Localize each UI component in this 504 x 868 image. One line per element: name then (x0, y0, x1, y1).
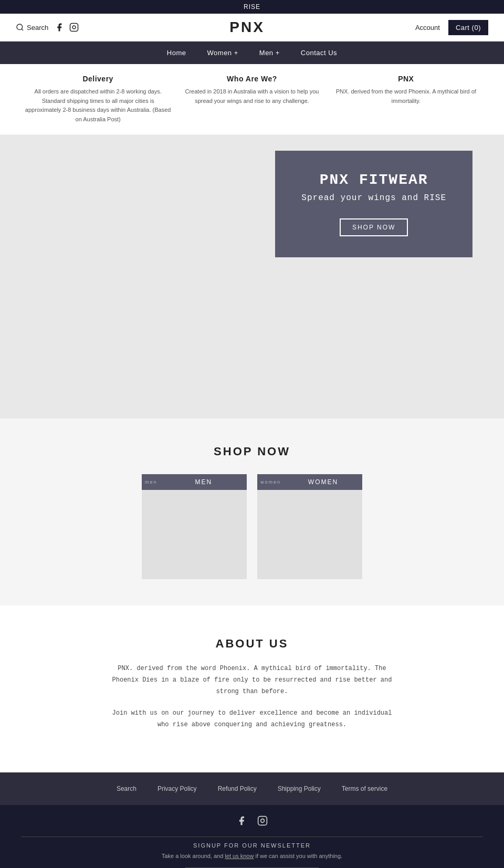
info-who-text: Created in 2018 in Australia with a visi… (178, 87, 326, 106)
svg-line-1 (22, 29, 23, 30)
top-bar-text: RISE (244, 3, 260, 11)
info-who: Who Are We? Created in 2018 in Australia… (178, 75, 326, 124)
info-pnx-title: PNX (332, 75, 479, 83)
hero-shop-now-button[interactable]: SHOP NOW (340, 218, 408, 236)
footer-social: SIGNUP FOR OUR NEWSLETTER Take a look ar… (0, 805, 504, 868)
nav-men[interactable]: Men + (259, 49, 280, 57)
cart-button[interactable]: Cart (0) (448, 20, 488, 35)
hero-box: PNX FITWEAR Spread your wings and RISE S… (275, 151, 472, 257)
top-bar: RISE (0, 0, 504, 14)
header: Search PNX Account Cart (0) (0, 14, 504, 41)
newsletter-sub-link[interactable]: let us know (225, 853, 254, 859)
footer-links: Search Privacy Policy Refund Policy Ship… (0, 772, 504, 805)
footer-divider (21, 836, 483, 837)
about-text2: Join with us on our journey to deliver e… (105, 708, 399, 730)
facebook-icon[interactable] (55, 23, 64, 32)
svg-rect-4 (258, 817, 267, 825)
info-delivery: Delivery All orders are dispatched withi… (25, 75, 172, 124)
shop-card-men-image: men MEN (142, 474, 247, 579)
svg-rect-2 (70, 24, 78, 32)
shop-card-women-label: WOMEN (308, 478, 338, 486)
shop-card-men-tag: men MEN (142, 474, 247, 490)
shop-section-title: SHOP NOW (10, 445, 494, 458)
footer-link-shipping[interactable]: Shipping Policy (278, 785, 321, 792)
footer-facebook-icon[interactable] (236, 815, 247, 826)
info-bar: Delivery All orders are dispatched withi… (0, 64, 504, 135)
info-pnx: PNX PNX. derived from the word Phoenix. … (332, 75, 479, 124)
footer-link-search[interactable]: Search (117, 785, 136, 792)
hero-section: PNX FITWEAR Spread your wings and RISE S… (0, 135, 504, 419)
shop-section: SHOP NOW men MEN women WOMEN (0, 419, 504, 605)
shop-card-women[interactable]: women WOMEN (257, 474, 362, 579)
about-title: ABOUT US (52, 637, 452, 651)
shop-card-women-tag: women WOMEN (257, 474, 362, 490)
main-nav: Home Women + Men + Contact Us (0, 41, 504, 64)
header-left: Search (16, 23, 79, 32)
hero-title: PNX FITWEAR (301, 172, 446, 188)
about-section: ABOUT US PNX. derived from the word Phoe… (0, 605, 504, 772)
shop-card-men-tag-left: men (142, 478, 161, 486)
instagram-icon[interactable] (69, 23, 79, 32)
footer-link-terms[interactable]: Terms of service (342, 785, 387, 792)
account-link[interactable]: Account (415, 24, 440, 32)
nav-home[interactable]: Home (167, 49, 186, 57)
header-social (55, 23, 79, 32)
shop-card-women-image: women WOMEN (257, 474, 362, 579)
header-right: Account Cart (0) (415, 20, 488, 35)
footer-instagram-icon[interactable] (257, 815, 268, 826)
info-delivery-title: Delivery (25, 75, 172, 83)
info-who-title: Who Are We? (178, 75, 326, 83)
nav-women[interactable]: Women + (207, 49, 238, 57)
newsletter-sub: Take a look around, and let us know if w… (0, 853, 504, 859)
search-icon (16, 23, 24, 32)
info-pnx-text: PNX. derived from the word Phoenix. A my… (332, 87, 479, 106)
shop-cards: men MEN women WOMEN (10, 474, 494, 579)
newsletter-title: SIGNUP FOR OUR NEWSLETTER (0, 842, 504, 849)
svg-point-0 (17, 24, 23, 30)
about-text1: PNX. derived from the word Phoenix. A my… (105, 663, 399, 697)
search-button[interactable]: Search (16, 23, 48, 32)
nav-contact[interactable]: Contact Us (301, 49, 337, 57)
shop-card-men-label: MEN (195, 478, 212, 486)
hero-subtitle: Spread your wings and RISE (301, 193, 446, 203)
logo: PNX (229, 19, 265, 36)
footer-social-icons (0, 815, 504, 826)
footer-link-refund[interactable]: Refund Policy (218, 785, 257, 792)
info-delivery-text: All orders are dispatched within 2-8 wor… (25, 87, 172, 124)
search-label: Search (27, 24, 48, 32)
shop-card-men[interactable]: men MEN (142, 474, 247, 579)
shop-card-women-tag-left: women (257, 478, 284, 486)
footer-link-privacy[interactable]: Privacy Policy (158, 785, 197, 792)
